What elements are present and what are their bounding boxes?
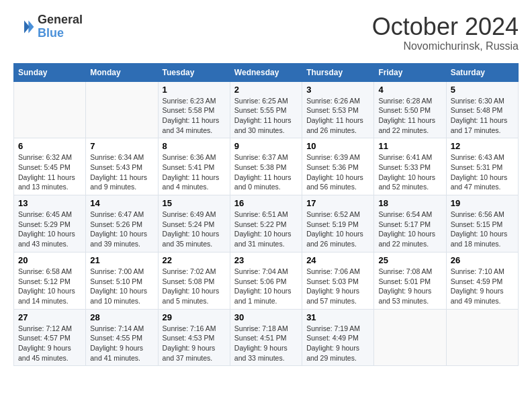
calendar-cell: 9Sunrise: 6:37 AMSunset: 5:38 PMDaylight… — [230, 138, 302, 195]
day-content: Sunrise: 6:28 AMSunset: 5:50 PMDaylight:… — [378, 96, 441, 136]
calendar-cell: 5Sunrise: 6:30 AMSunset: 5:48 PMDaylight… — [446, 81, 518, 138]
day-number: 25 — [378, 255, 441, 265]
calendar-cell: 22Sunrise: 7:02 AMSunset: 5:08 PMDayligh… — [158, 252, 230, 309]
week-row-3: 13Sunrise: 6:45 AMSunset: 5:29 PMDayligh… — [14, 195, 519, 253]
day-content: Sunrise: 7:04 AMSunset: 5:06 PMDaylight:… — [234, 267, 298, 306]
day-content: Sunrise: 6:30 AMSunset: 5:48 PMDaylight:… — [451, 96, 514, 136]
logo-icon — [13, 16, 35, 38]
day-content: Sunrise: 7:14 AMSunset: 4:55 PMDaylight:… — [90, 324, 153, 363]
day-number: 24 — [306, 255, 369, 265]
day-content: Sunrise: 6:47 AMSunset: 5:26 PMDaylight:… — [90, 210, 153, 249]
calendar-cell: 26Sunrise: 7:10 AMSunset: 4:59 PMDayligh… — [446, 252, 518, 309]
calendar-cell: 8Sunrise: 6:36 AMSunset: 5:41 PMDaylight… — [158, 138, 230, 195]
location: Novomichurinsk, Russia — [372, 40, 519, 52]
calendar-cell — [86, 81, 158, 138]
day-number: 11 — [378, 141, 441, 151]
day-number: 16 — [234, 198, 298, 208]
day-number: 12 — [451, 141, 514, 151]
calendar-cell: 24Sunrise: 7:06 AMSunset: 5:03 PMDayligh… — [302, 252, 374, 309]
weekday-header-wednesday: Wednesday — [230, 63, 302, 81]
calendar-cell: 20Sunrise: 6:58 AMSunset: 5:12 PMDayligh… — [14, 252, 86, 309]
calendar-cell: 16Sunrise: 6:51 AMSunset: 5:22 PMDayligh… — [230, 195, 302, 253]
calendar-cell: 21Sunrise: 7:00 AMSunset: 5:10 PMDayligh… — [86, 252, 158, 309]
day-content: Sunrise: 7:18 AMSunset: 4:51 PMDaylight:… — [234, 324, 298, 363]
week-row-2: 6Sunrise: 6:32 AMSunset: 5:45 PMDaylight… — [14, 138, 519, 195]
day-number: 8 — [163, 141, 226, 151]
logo-general: General — [38, 13, 83, 27]
calendar-cell: 4Sunrise: 6:28 AMSunset: 5:50 PMDaylight… — [374, 81, 446, 138]
calendar-cell: 1Sunrise: 6:23 AMSunset: 5:58 PMDaylight… — [158, 81, 230, 138]
day-content: Sunrise: 7:19 AMSunset: 4:49 PMDaylight:… — [306, 324, 369, 363]
day-content: Sunrise: 6:56 AMSunset: 5:15 PMDaylight:… — [451, 210, 514, 249]
day-number: 19 — [451, 198, 514, 208]
week-row-1: 1Sunrise: 6:23 AMSunset: 5:58 PMDaylight… — [14, 81, 519, 138]
calendar-cell: 23Sunrise: 7:04 AMSunset: 5:06 PMDayligh… — [230, 252, 302, 309]
page-header: General Blue October 2024 Novomichurinsk… — [13, 13, 519, 52]
day-content: Sunrise: 6:25 AMSunset: 5:55 PMDaylight:… — [234, 96, 298, 136]
calendar-cell: 12Sunrise: 6:43 AMSunset: 5:31 PMDayligh… — [446, 138, 518, 195]
day-content: Sunrise: 6:39 AMSunset: 5:36 PMDaylight:… — [306, 152, 369, 192]
calendar-cell: 11Sunrise: 6:41 AMSunset: 5:33 PMDayligh… — [374, 138, 446, 195]
day-number: 13 — [18, 198, 81, 208]
calendar-cell: 29Sunrise: 7:16 AMSunset: 4:53 PMDayligh… — [158, 309, 230, 366]
day-number: 17 — [306, 198, 369, 208]
day-content: Sunrise: 7:10 AMSunset: 4:59 PMDaylight:… — [451, 267, 514, 306]
logo: General Blue — [13, 13, 83, 40]
day-number: 7 — [90, 141, 153, 151]
day-number: 6 — [18, 141, 81, 151]
day-number: 29 — [163, 312, 226, 322]
day-content: Sunrise: 6:26 AMSunset: 5:53 PMDaylight:… — [306, 96, 369, 136]
day-content: Sunrise: 7:00 AMSunset: 5:10 PMDaylight:… — [90, 267, 153, 306]
calendar-cell: 18Sunrise: 6:54 AMSunset: 5:17 PMDayligh… — [374, 195, 446, 253]
day-number: 10 — [306, 141, 369, 151]
day-content: Sunrise: 6:37 AMSunset: 5:38 PMDaylight:… — [234, 152, 298, 192]
calendar-cell — [14, 81, 86, 138]
weekday-header-row: SundayMondayTuesdayWednesdayThursdayFrid… — [14, 63, 519, 81]
day-number: 20 — [18, 255, 81, 265]
day-content: Sunrise: 6:52 AMSunset: 5:19 PMDaylight:… — [306, 210, 369, 249]
day-number: 3 — [306, 85, 369, 95]
logo-text: General Blue — [38, 13, 83, 40]
day-content: Sunrise: 6:58 AMSunset: 5:12 PMDaylight:… — [18, 267, 81, 306]
day-content: Sunrise: 6:23 AMSunset: 5:58 PMDaylight:… — [163, 96, 226, 136]
week-row-5: 27Sunrise: 7:12 AMSunset: 4:57 PMDayligh… — [14, 309, 519, 366]
day-number: 30 — [234, 312, 298, 322]
day-content: Sunrise: 7:02 AMSunset: 5:08 PMDaylight:… — [163, 267, 226, 306]
weekday-header-friday: Friday — [374, 63, 446, 81]
day-number: 1 — [163, 85, 226, 95]
day-number: 21 — [90, 255, 153, 265]
day-number: 9 — [234, 141, 298, 151]
day-content: Sunrise: 6:41 AMSunset: 5:33 PMDaylight:… — [378, 152, 441, 192]
day-content: Sunrise: 7:08 AMSunset: 5:01 PMDaylight:… — [378, 267, 441, 306]
weekday-header-thursday: Thursday — [302, 63, 374, 81]
day-content: Sunrise: 7:16 AMSunset: 4:53 PMDaylight:… — [163, 324, 226, 363]
weekday-header-tuesday: Tuesday — [158, 63, 230, 81]
calendar-cell: 2Sunrise: 6:25 AMSunset: 5:55 PMDaylight… — [230, 81, 302, 138]
calendar-cell: 27Sunrise: 7:12 AMSunset: 4:57 PMDayligh… — [14, 309, 86, 366]
calendar-cell: 17Sunrise: 6:52 AMSunset: 5:19 PMDayligh… — [302, 195, 374, 253]
day-number: 27 — [18, 312, 81, 322]
calendar-cell: 6Sunrise: 6:32 AMSunset: 5:45 PMDaylight… — [14, 138, 86, 195]
calendar-cell: 10Sunrise: 6:39 AMSunset: 5:36 PMDayligh… — [302, 138, 374, 195]
day-number: 18 — [378, 198, 441, 208]
calendar-cell: 19Sunrise: 6:56 AMSunset: 5:15 PMDayligh… — [446, 195, 518, 253]
day-content: Sunrise: 7:12 AMSunset: 4:57 PMDaylight:… — [18, 324, 81, 363]
calendar-cell: 7Sunrise: 6:34 AMSunset: 5:43 PMDaylight… — [86, 138, 158, 195]
day-content: Sunrise: 6:45 AMSunset: 5:29 PMDaylight:… — [18, 210, 81, 249]
day-content: Sunrise: 6:34 AMSunset: 5:43 PMDaylight:… — [90, 152, 153, 192]
weekday-header-saturday: Saturday — [446, 63, 518, 81]
day-number: 15 — [163, 198, 226, 208]
day-content: Sunrise: 6:49 AMSunset: 5:24 PMDaylight:… — [163, 210, 226, 249]
day-content: Sunrise: 7:06 AMSunset: 5:03 PMDaylight:… — [306, 267, 369, 306]
day-number: 22 — [163, 255, 226, 265]
calendar-cell: 13Sunrise: 6:45 AMSunset: 5:29 PMDayligh… — [14, 195, 86, 253]
day-content: Sunrise: 6:43 AMSunset: 5:31 PMDaylight:… — [451, 152, 514, 192]
day-content: Sunrise: 6:36 AMSunset: 5:41 PMDaylight:… — [163, 152, 226, 192]
calendar-cell: 31Sunrise: 7:19 AMSunset: 4:49 PMDayligh… — [302, 309, 374, 366]
week-row-4: 20Sunrise: 6:58 AMSunset: 5:12 PMDayligh… — [14, 252, 519, 309]
calendar-cell: 14Sunrise: 6:47 AMSunset: 5:26 PMDayligh… — [86, 195, 158, 253]
day-number: 28 — [90, 312, 153, 322]
calendar-cell: 28Sunrise: 7:14 AMSunset: 4:55 PMDayligh… — [86, 309, 158, 366]
calendar-cell — [374, 309, 446, 366]
day-number: 2 — [234, 85, 298, 95]
